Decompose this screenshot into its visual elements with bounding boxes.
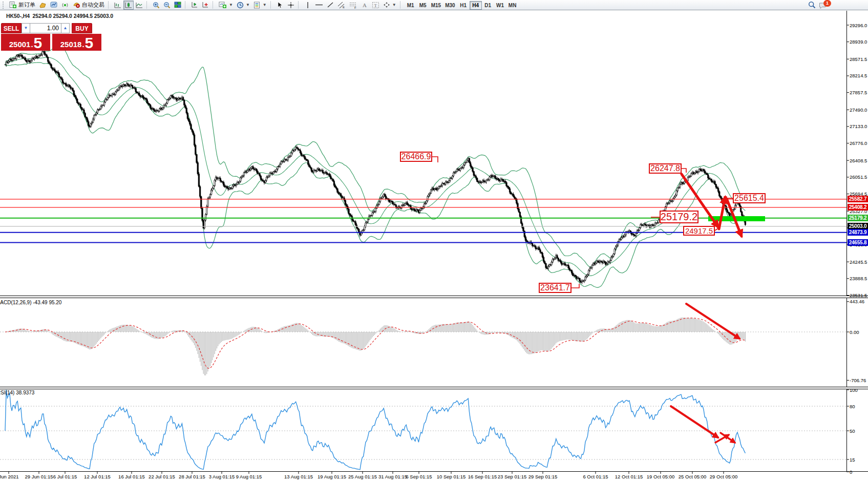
timeframe-button-H1[interactable]: H1 bbox=[457, 1, 470, 10]
x-axis-label: 29 Oct 05:00 bbox=[710, 474, 737, 479]
x-axis-label: 29 Sep 01:15 bbox=[528, 474, 558, 479]
arrows-button[interactable]: ▼ bbox=[382, 1, 398, 10]
time-axis-border bbox=[0, 471, 868, 472]
toolbar-separator bbox=[400, 1, 403, 9]
x-axis-label: 9 Aug 01:15 bbox=[236, 474, 262, 479]
new-order-button[interactable]: 新订单 bbox=[8, 1, 37, 10]
x-axis-label: 19 Aug 01:15 bbox=[317, 474, 346, 479]
toolbar-separator bbox=[146, 1, 149, 9]
volume-decrease-button[interactable]: ▼ bbox=[22, 23, 30, 33]
vertical-line-icon bbox=[305, 2, 310, 9]
timeframe-button-W1[interactable]: W1 bbox=[494, 1, 506, 10]
zoom-out-icon bbox=[163, 2, 171, 9]
tile-windows-button[interactable] bbox=[173, 1, 183, 10]
toolbar-grip[interactable] bbox=[3, 2, 6, 9]
symbol-period-label: HK50-,H4 bbox=[6, 13, 30, 19]
trendline-button[interactable] bbox=[325, 1, 335, 10]
search-icon[interactable] bbox=[808, 1, 816, 9]
candlestick-chart-icon bbox=[125, 2, 132, 8]
auto-trading-icon bbox=[73, 2, 80, 8]
text-label-button[interactable]: T bbox=[370, 1, 381, 10]
line-chart-button[interactable] bbox=[134, 1, 144, 10]
cursor-button[interactable] bbox=[275, 1, 285, 10]
zoom-in-icon bbox=[153, 2, 160, 9]
price-annotation[interactable]: 25615.4 bbox=[733, 193, 766, 203]
bar-chart-button[interactable] bbox=[113, 1, 123, 10]
timeframe-button-M1[interactable]: M1 bbox=[405, 1, 417, 10]
rsi-label: RSI(14) 38.9373 bbox=[0, 390, 34, 395]
toolbar-separator bbox=[185, 1, 187, 9]
buy-price-display[interactable]: 25018.5 bbox=[52, 34, 101, 51]
horizontal-line-icon bbox=[315, 2, 323, 8]
cursor-icon bbox=[277, 2, 283, 9]
zoom-out-button[interactable] bbox=[162, 1, 172, 10]
indicator-window-button[interactable] bbox=[189, 1, 200, 10]
sell-price-display[interactable]: 25001.5 bbox=[1, 34, 50, 51]
y-axis-label: 28939.0 bbox=[850, 39, 867, 45]
x-axis-label: 12 Oct 01:15 bbox=[615, 474, 643, 479]
rsi-axis-label: 100 bbox=[850, 387, 858, 393]
add-indicator-button[interactable] bbox=[200, 1, 210, 10]
notification-count-badge: 1 bbox=[823, 0, 831, 7]
x-axis-label: 6 Oct 01:15 bbox=[583, 474, 608, 479]
sell-button[interactable]: SELL bbox=[1, 23, 22, 33]
timeframe-button-H4[interactable]: H4 bbox=[470, 1, 482, 10]
macd-axis-label: 443.46 bbox=[850, 299, 864, 304]
fibonacci-button[interactable]: F bbox=[348, 1, 359, 10]
timeframe-button-M5[interactable]: M5 bbox=[417, 1, 429, 10]
y-axis-label: 26776.0 bbox=[850, 140, 867, 146]
volume-input[interactable] bbox=[30, 23, 61, 33]
trendline-icon bbox=[327, 2, 334, 8]
text-label-icon: T bbox=[372, 2, 379, 9]
price-annotation[interactable]: 24917.5 bbox=[683, 226, 715, 236]
chart-canvas[interactable] bbox=[0, 0, 868, 482]
candlestick-chart-button[interactable] bbox=[123, 1, 134, 10]
notifications-icon[interactable]: 1 bbox=[819, 1, 830, 9]
toolbar-separator bbox=[270, 1, 273, 9]
auto-trading-button[interactable]: 自动交易 bbox=[71, 1, 106, 10]
vertical-line-button[interactable] bbox=[303, 1, 313, 10]
price-badge: 24655.8 bbox=[848, 239, 868, 246]
equidistant-channel-icon: E bbox=[337, 2, 346, 9]
x-axis-label: 6 Jul 01:15 bbox=[53, 474, 77, 479]
x-axis-label: 3 Aug 01:15 bbox=[209, 474, 235, 479]
periods-button[interactable]: ▼ bbox=[235, 1, 251, 10]
templates-button[interactable]: ▼ bbox=[252, 1, 268, 10]
toolbar: 新订单 自动交易 bbox=[0, 0, 868, 10]
timeframe-button-M15[interactable]: M15 bbox=[429, 1, 443, 10]
price-annotation[interactable]: 25179.2 bbox=[660, 211, 698, 223]
price-annotation[interactable]: 23641.7 bbox=[539, 283, 571, 293]
text-button[interactable]: A bbox=[359, 1, 370, 10]
crosshair-button[interactable] bbox=[286, 1, 296, 10]
panel-divider[interactable] bbox=[0, 296, 868, 298]
new-chart-button[interactable]: ▼ bbox=[217, 1, 235, 10]
rsi-axis-label: 50 bbox=[850, 428, 855, 434]
price-annotation[interactable]: 26247.8 bbox=[649, 163, 682, 174]
price-annotation[interactable]: 26466.9 bbox=[400, 152, 432, 162]
toolbar-right-group: 1 bbox=[808, 1, 830, 9]
sell-price-big-digit: 5 bbox=[34, 36, 43, 50]
volume-increase-button[interactable]: ▲ bbox=[61, 23, 70, 33]
y-axis-label: 27857.5 bbox=[850, 90, 867, 95]
panel-divider[interactable] bbox=[0, 387, 868, 389]
horizontal-line-button[interactable] bbox=[313, 1, 325, 10]
y-axis-label: 23888.5 bbox=[850, 276, 867, 281]
price-badge: 25582.7 bbox=[848, 196, 868, 202]
zoom-in-button[interactable] bbox=[151, 1, 161, 10]
macd-axis-label: 0.00 bbox=[850, 329, 859, 335]
dropdown-caret-icon: ▼ bbox=[392, 3, 396, 7]
equidistant-channel-button[interactable]: E bbox=[336, 1, 347, 10]
x-axis-label: 16 Sep 01:15 bbox=[468, 474, 497, 479]
timeframe-button-M30[interactable]: M30 bbox=[443, 1, 457, 10]
price-badge: 24873.9 bbox=[848, 229, 868, 236]
add-indicator-icon bbox=[202, 2, 209, 8]
buy-button[interactable]: BUY bbox=[72, 23, 92, 33]
new-chart-icon bbox=[219, 2, 227, 9]
timeframe-button-D1[interactable]: D1 bbox=[482, 1, 494, 10]
signals-button[interactable] bbox=[60, 1, 71, 10]
clock-icon bbox=[237, 2, 244, 9]
data-window-button[interactable] bbox=[49, 1, 59, 10]
market-watch-button[interactable] bbox=[37, 1, 48, 10]
timeframe-button-MN[interactable]: MN bbox=[506, 1, 519, 10]
svg-text:A: A bbox=[363, 2, 367, 8]
